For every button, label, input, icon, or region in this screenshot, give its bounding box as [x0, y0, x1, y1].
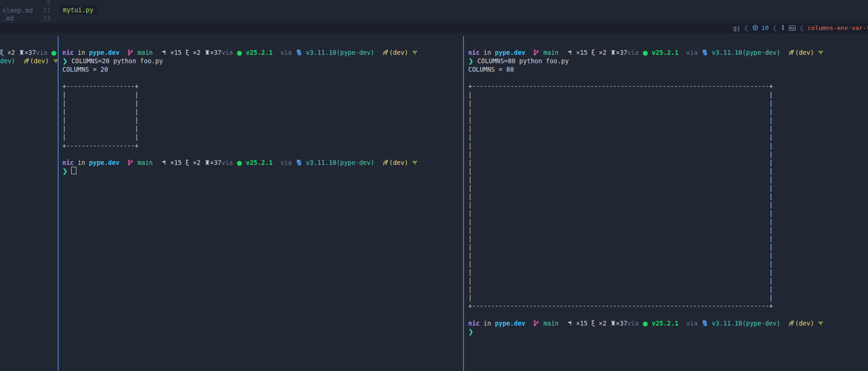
prompt-preposition: in — [78, 49, 85, 56]
chevron-left-icon: ❮ — [772, 23, 777, 33]
box-row: | | — [468, 260, 868, 268]
line-number: 9 — [47, 0, 51, 6]
box-row: | | — [468, 150, 868, 158]
venv-label: (dev) — [795, 49, 814, 56]
python-icon — [296, 158, 302, 167]
pane-divider[interactable] — [463, 36, 464, 371]
blank-line — [468, 74, 868, 82]
prompt-char: ❯ — [62, 57, 67, 65]
prompt-host: pype.dev — [89, 49, 120, 56]
file-list-item[interactable]: sleep.md — [2, 7, 33, 15]
prompt-line: nic in pype.dev main ×15 ξ ×2 ♜×37via ● … — [468, 319, 868, 327]
git-branch-name: main — [543, 49, 559, 56]
via-label-2: via — [280, 159, 292, 166]
bank-count: ×37 — [616, 319, 627, 327]
ascii-box: +---------------------------------------… — [468, 82, 868, 310]
seedling-icon — [412, 48, 418, 57]
screen: 91113 sleep.md .md mytui.py es/til/colum… — [0, 0, 868, 371]
bank-icon: ♜ — [610, 49, 616, 56]
prompt-user: nic — [468, 49, 479, 56]
terminal-cursor — [71, 167, 76, 174]
rocket-icon — [382, 158, 389, 167]
prompt-char: ❯ — [62, 167, 67, 175]
box-row: +---------------------------------------… — [468, 82, 868, 90]
prompt-preposition: in — [484, 319, 491, 327]
box-row: | | — [468, 133, 868, 141]
seedling-icon — [412, 158, 418, 167]
command-line: ❯ COLUMNS=80 python foo.py — [468, 57, 868, 65]
box-row: +------------------+ — [62, 141, 466, 150]
prompt-line: nic in pype.dev main ×15 ξ ×2 ♜×37via ● … — [468, 48, 868, 57]
box-row: +------------------+ — [62, 82, 466, 90]
box-row: | | — [468, 276, 868, 285]
command-line: ❯ COLUMNS=20 python foo.py — [62, 57, 466, 65]
python-version: v3.11.10(pype-dev) — [712, 49, 780, 56]
flag-count: ×15 — [170, 49, 181, 56]
stash-count: ×2 — [193, 49, 201, 56]
package-count: 10 — [762, 23, 769, 33]
file-list-item[interactable]: .md — [2, 15, 14, 22]
box-row: | | — [468, 251, 868, 260]
prompt-line-truncated: ξ ×2 ♜×37via ● — [0, 48, 58, 57]
bank-icon: ♜ — [19, 49, 24, 56]
ascii-box: +------------------+| || || || || || |+-… — [62, 82, 466, 149]
box-row: | | — [62, 99, 466, 107]
bank-icon: ♜ — [610, 319, 616, 327]
statusline-right: gj❮10❮❮columns-env-var-for- — [733, 23, 868, 33]
package-icon: ● — [237, 49, 242, 56]
box-row: | | — [468, 226, 868, 234]
seedling-icon — [818, 319, 824, 327]
selected-file-item[interactable]: mytui.py — [60, 5, 97, 15]
bank-icon: ♜ — [204, 49, 210, 56]
input-line[interactable]: ❯ — [468, 327, 868, 336]
box-row: | | — [468, 217, 868, 226]
command-text: COLUMNS=80 python foo.py — [477, 57, 569, 65]
via-label-1: via — [221, 159, 232, 166]
package-cube-icon — [752, 23, 758, 33]
venv-label: (dev) — [389, 159, 408, 166]
box-row: | | — [468, 184, 868, 192]
terminal-pane-left[interactable]: ξ ×2 ♜×37via ● dev) (dev) — [0, 33, 58, 371]
box-row: | | — [62, 133, 466, 141]
git-branch-name: main — [543, 319, 559, 327]
terminal-area: ξ ×2 ♜×37via ● dev) (dev) nic in pype.de… — [0, 33, 868, 371]
chevron-left-icon: ❮ — [744, 23, 749, 33]
rocket-icon — [788, 48, 795, 57]
box-row: | | — [468, 293, 868, 302]
pane-divider[interactable] — [58, 36, 59, 371]
output-line: COLUMNS = 20 — [62, 65, 466, 74]
prompt-line-truncated: dev) (dev) — [0, 57, 58, 65]
prompt-preposition: in — [484, 49, 491, 56]
via-label-1: via — [627, 319, 638, 327]
box-row: | | — [468, 116, 868, 124]
box-row: | | — [468, 175, 868, 184]
stash-count: ×2 — [599, 319, 606, 327]
bank-icon: ♜ — [204, 159, 210, 166]
markdown-icon — [789, 23, 796, 33]
package-icon: ● — [643, 49, 648, 56]
box-row: | | — [468, 167, 868, 175]
prompt-user: nic — [468, 319, 479, 327]
terminal-pane-right[interactable]: nic in pype.dev main ×15 ξ ×2 ♜×37via ● … — [464, 33, 868, 371]
box-row: | | — [468, 107, 868, 116]
git-flag-icon — [160, 48, 166, 57]
flag-count: ×15 — [576, 319, 587, 327]
input-line[interactable]: ❯ — [62, 167, 466, 175]
prompt-char: ❯ — [468, 57, 473, 65]
package-version: v25.2.1 — [246, 49, 273, 56]
package-version: v25.2.1 — [246, 159, 273, 166]
package-version: v25.2.1 — [652, 49, 679, 56]
venv-label: (dev) — [30, 57, 49, 65]
prompt-preposition: in — [78, 159, 85, 166]
bank-count: ×37 — [616, 49, 627, 56]
terminal-pane-center[interactable]: nic in pype.dev main ×15 ξ ×2 ♜×37via ● … — [59, 33, 466, 371]
git-flag-icon — [566, 319, 572, 327]
prompt-char: ❯ — [468, 328, 473, 335]
box-row: | | — [468, 192, 868, 200]
prompt-user: nic — [62, 159, 74, 166]
package-icon: ● — [237, 159, 242, 166]
rocket-icon — [788, 319, 795, 327]
command-text: COLUMNS=20 python foo.py — [71, 57, 163, 65]
via-label-2: via — [686, 319, 697, 327]
output-line: COLUMNS = 80 — [468, 65, 868, 74]
